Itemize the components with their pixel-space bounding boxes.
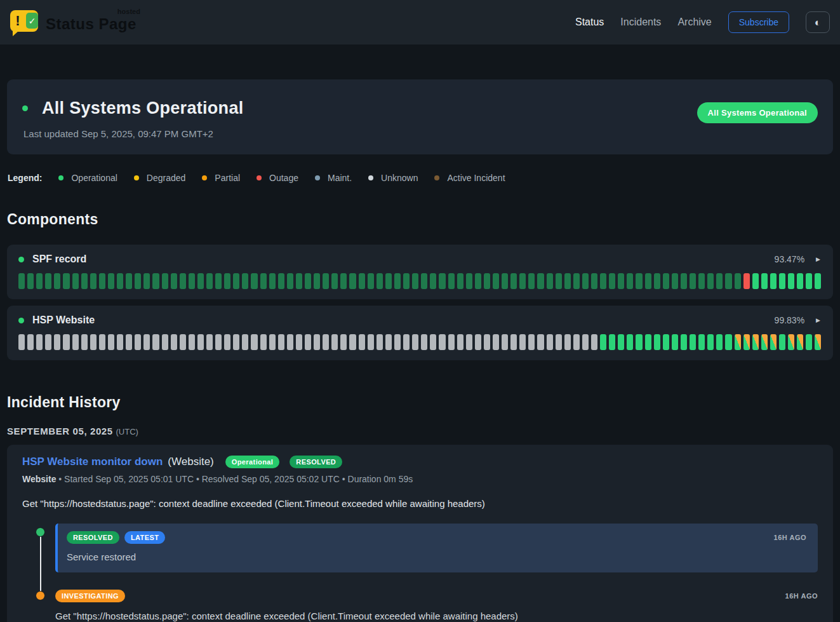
uptime-bar[interactable] <box>233 334 239 350</box>
uptime-bar[interactable] <box>421 334 427 350</box>
uptime-bar[interactable] <box>502 334 508 350</box>
uptime-bar[interactable] <box>81 273 88 289</box>
uptime-bar[interactable] <box>349 273 356 289</box>
uptime-bar[interactable] <box>287 334 293 350</box>
uptime-bar[interactable] <box>698 273 705 289</box>
uptime-bar[interactable] <box>806 334 812 350</box>
uptime-bar[interactable] <box>269 334 276 350</box>
uptime-bar[interactable] <box>582 273 589 289</box>
uptime-bar[interactable] <box>36 273 43 289</box>
uptime-bar[interactable] <box>735 334 741 350</box>
uptime-bar[interactable] <box>90 273 97 289</box>
uptime-bar[interactable] <box>618 334 624 350</box>
uptime-bar[interactable] <box>54 334 60 350</box>
uptime-bar[interactable] <box>439 334 445 350</box>
uptime-bar[interactable] <box>752 273 759 289</box>
uptime-bar[interactable] <box>725 273 731 289</box>
uptime-bar[interactable] <box>152 334 159 350</box>
uptime-bar[interactable] <box>627 273 633 289</box>
uptime-bar[interactable] <box>547 334 553 350</box>
uptime-bar[interactable] <box>162 334 168 350</box>
uptime-bar[interactable] <box>90 334 97 350</box>
uptime-bar[interactable] <box>171 273 177 289</box>
uptime-bar[interactable] <box>368 334 374 350</box>
uptime-bar[interactable] <box>224 334 230 350</box>
uptime-bar[interactable] <box>36 334 43 350</box>
uptime-bar[interactable] <box>81 334 88 350</box>
uptime-bar[interactable] <box>672 273 678 289</box>
uptime-bar[interactable] <box>54 273 60 289</box>
uptime-bar[interactable] <box>349 334 356 350</box>
uptime-bar[interactable] <box>260 273 267 289</box>
uptime-bar[interactable] <box>466 273 472 289</box>
uptime-bar[interactable] <box>126 273 132 289</box>
uptime-bar[interactable] <box>519 273 526 289</box>
uptime-bar[interactable] <box>287 273 293 289</box>
uptime-bar[interactable] <box>556 334 562 350</box>
uptime-bar[interactable] <box>502 273 508 289</box>
uptime-bar[interactable] <box>609 273 615 289</box>
uptime-bar[interactable] <box>242 273 248 289</box>
uptime-bar[interactable] <box>600 334 606 350</box>
uptime-bar[interactable] <box>314 273 320 289</box>
uptime-bar[interactable] <box>528 273 535 289</box>
uptime-bar[interactable] <box>788 334 794 350</box>
uptime-bar[interactable] <box>126 334 132 350</box>
uptime-bar[interactable] <box>672 334 678 350</box>
uptime-bar[interactable] <box>305 273 311 289</box>
uptime-bar[interactable] <box>663 273 669 289</box>
uptime-bar[interactable] <box>484 273 490 289</box>
uptime-bar[interactable] <box>117 334 123 350</box>
uptime-bar[interactable] <box>215 273 222 289</box>
uptime-bar[interactable] <box>547 273 553 289</box>
uptime-bar[interactable] <box>314 334 320 350</box>
uptime-bar[interactable] <box>340 334 347 350</box>
uptime-bar[interactable] <box>761 334 768 350</box>
uptime-bar[interactable] <box>189 273 195 289</box>
uptime-bar[interactable] <box>636 273 642 289</box>
uptime-bar[interactable] <box>412 273 418 289</box>
uptime-bar[interactable] <box>377 334 383 350</box>
uptime-bar[interactable] <box>681 273 687 289</box>
uptime-bar[interactable] <box>716 334 723 350</box>
uptime-bar[interactable] <box>797 273 803 289</box>
uptime-bar[interactable] <box>72 273 79 289</box>
uptime-bar[interactable] <box>707 334 714 350</box>
uptime-bar[interactable] <box>779 273 785 289</box>
uptime-bar[interactable] <box>564 273 571 289</box>
uptime-bar[interactable] <box>197 334 204 350</box>
uptime-bar[interactable] <box>654 273 660 289</box>
uptime-bar[interactable] <box>815 334 821 350</box>
uptime-bar[interactable] <box>690 334 696 350</box>
expand-arrow-icon[interactable]: ▶ <box>815 255 822 264</box>
uptime-bar[interactable] <box>743 334 750 350</box>
uptime-bar[interactable] <box>698 334 705 350</box>
uptime-bar[interactable] <box>359 334 365 350</box>
uptime-bar[interactable] <box>72 334 79 350</box>
nav-incidents[interactable]: Incidents <box>620 17 661 28</box>
uptime-bar[interactable] <box>197 273 204 289</box>
uptime-bar[interactable] <box>743 273 750 289</box>
expand-arrow-icon[interactable]: ▶ <box>815 316 822 325</box>
uptime-bar[interactable] <box>430 334 436 350</box>
uptime-bar[interactable] <box>681 334 687 350</box>
uptime-bar[interactable] <box>466 334 472 350</box>
uptime-bar[interactable] <box>296 273 302 289</box>
uptime-bar[interactable] <box>18 273 25 289</box>
uptime-bar[interactable] <box>323 273 329 289</box>
uptime-bar[interactable] <box>645 273 651 289</box>
uptime-bar[interactable] <box>403 273 410 289</box>
uptime-bar[interactable] <box>359 273 365 289</box>
uptime-bar[interactable] <box>171 334 177 350</box>
brand[interactable]: ! ✓ Status Page hosted <box>10 9 137 36</box>
uptime-bar[interactable] <box>457 273 463 289</box>
uptime-bar[interactable] <box>457 334 463 350</box>
uptime-bar[interactable] <box>135 334 141 350</box>
uptime-bar[interactable] <box>735 273 741 289</box>
uptime-bar[interactable] <box>189 334 195 350</box>
uptime-bar[interactable] <box>269 273 276 289</box>
uptime-bar[interactable] <box>716 273 723 289</box>
uptime-bar[interactable] <box>645 334 651 350</box>
uptime-bar[interactable] <box>108 334 114 350</box>
theme-toggle-button[interactable]: ◐ <box>806 11 830 33</box>
